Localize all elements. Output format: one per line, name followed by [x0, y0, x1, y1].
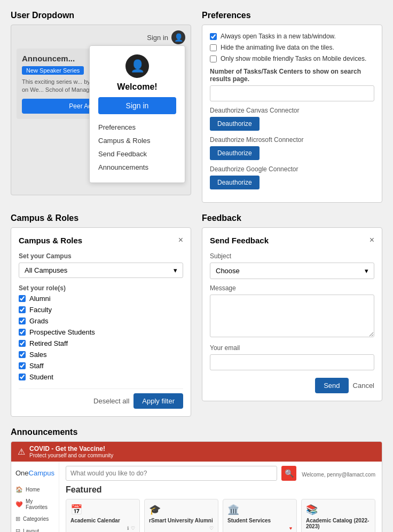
sidebar-logo: OneCampus	[11, 466, 59, 480]
role-prospective-label: Prospective Students	[29, 328, 95, 336]
role-faculty-checkbox[interactable]	[19, 306, 26, 313]
role-sales-checkbox[interactable]	[19, 351, 26, 358]
role-grads-label: Grads	[29, 317, 48, 325]
deauth-google-button[interactable]: Deauthorize	[210, 176, 260, 189]
campus-roles-modal-header: Campus & Roles ×	[19, 235, 183, 245]
preferences-title: Preferences	[202, 11, 382, 20]
role-sales-label: Sales	[29, 351, 47, 359]
role-student-checkbox[interactable]	[19, 374, 26, 380]
tile-icon-alumni: 🎓	[149, 504, 214, 515]
sign-in-button[interactable]: Sign in	[98, 97, 176, 114]
feedback-modal-title: Send Feedback	[210, 236, 269, 245]
send-button[interactable]: Send	[315, 378, 348, 393]
heart-icon[interactable]: ♡	[131, 526, 135, 531]
message-textarea[interactable]	[210, 295, 374, 337]
search-input[interactable]	[66, 466, 277, 481]
subject-select[interactable]: Choose ▾	[210, 263, 374, 279]
menu-item-preferences[interactable]: Preferences	[98, 121, 176, 134]
message-label: Message	[210, 284, 374, 292]
feedback-container: Send Feedback × Subject Choose ▾ Message…	[202, 227, 382, 401]
heart-icon-red[interactable]: ♥	[289, 526, 292, 531]
user-welcome: Welcome, penny@llamact.com	[302, 472, 375, 478]
tile-academic-calendar[interactable]: 📅 Academic Calendar ℹ ♡	[66, 499, 140, 532]
app-body: OneCampus 🏠 Home ❤️ My Favorites ⊞ Categ…	[11, 462, 382, 532]
pref-label-1: Always open Tasks in a new tab/window.	[221, 33, 336, 40]
sign-in-label: Sign in	[147, 34, 168, 42]
covid-text-block: COVID - Get the Vaccine! Protect yoursel…	[29, 445, 113, 458]
campus-select[interactable]: All Campuses ▾	[19, 263, 183, 278]
pref-label-2: Hide the animating live data on the tile…	[221, 44, 334, 51]
main-content: 🔍 Welcome, penny@llamact.com Featured 📅 …	[59, 462, 382, 532]
role-alumni-checkbox[interactable]	[19, 295, 26, 302]
sidebar-item-favorites[interactable]: ❤️ My Favorites	[11, 496, 59, 513]
role-grads-checkbox[interactable]	[19, 317, 26, 324]
covid-title: COVID - Get the Vaccine!	[29, 445, 113, 452]
roles-label: Set your role(s)	[19, 284, 183, 292]
email-label: Your email	[210, 344, 374, 352]
tile-student-services[interactable]: 🏛️ Student Services ♥	[223, 499, 297, 532]
campus-roles-container: Campus & Roles × Set your Campus All Cam…	[11, 227, 191, 417]
user-dropdown-title: User Dropdown	[11, 11, 191, 20]
logo-one: One	[15, 469, 29, 477]
home-icon: 🏠	[15, 486, 23, 493]
campus-value: All Campuses	[25, 266, 67, 274]
preferences-container: Always open Tasks in a new tab/window. H…	[202, 25, 382, 203]
deselect-all-button[interactable]: Deselect all	[93, 393, 129, 409]
menu-item-send-feedback[interactable]: Send Feedback	[98, 147, 176, 161]
sidebar-label-layout: Layout	[23, 528, 39, 532]
user-dropdown-container: Sign in 👤 👤 Welcome! Sign in Preferences…	[11, 25, 191, 195]
sidebar: OneCampus 🏠 Home ❤️ My Favorites ⊞ Categ…	[11, 462, 59, 532]
menu-item-announcements[interactable]: Announcements	[98, 161, 176, 174]
chevron-down-icon: ▾	[174, 266, 177, 274]
tile-name-alumni: rSmart University Alumni	[149, 518, 214, 523]
deauth-canvas-label: Deauthorize Canvas Connector	[210, 107, 374, 114]
tiles-grid: 📅 Academic Calendar ℹ ♡ 🎓 rSmart Univers…	[66, 499, 375, 532]
pref-checkbox-1[interactable]	[210, 33, 217, 40]
sidebar-label-home: Home	[26, 487, 40, 493]
heart-icon[interactable]: ♡	[209, 526, 214, 531]
pref-checkbox-3[interactable]	[210, 55, 217, 62]
feedback-footer: Send Cancel	[210, 378, 374, 393]
user-icon-large: 👤	[130, 59, 145, 73]
subject-placeholder: Choose	[216, 267, 240, 275]
campus-roles-close-button[interactable]: ×	[178, 235, 183, 245]
pref-checkbox-2[interactable]	[210, 44, 217, 51]
search-button[interactable]: 🔍	[281, 466, 296, 481]
role-retired-staff-checkbox[interactable]	[19, 340, 26, 347]
logo-campus: Campus	[29, 469, 54, 477]
avatar[interactable]: 👤	[171, 30, 185, 44]
feedback-close-button[interactable]: ×	[370, 235, 374, 245]
covid-subtitle: Protect yourself and our community	[29, 452, 113, 458]
cancel-button[interactable]: Cancel	[353, 378, 374, 393]
sidebar-label-categories: Categories	[23, 516, 49, 522]
sidebar-item-categories[interactable]: ⊞ Categories	[11, 513, 59, 525]
sidebar-item-layout[interactable]: ⊟ Layout	[11, 525, 59, 532]
deauth-google-label: Deauthorize Google Connector	[210, 165, 374, 173]
role-staff-checkbox[interactable]	[19, 362, 26, 369]
campus-label: Set your Campus	[19, 252, 183, 260]
tile-academic-catalog[interactable]: 📚 Academic Catalog (2022-2023) ℹ ♡	[301, 499, 375, 532]
tile-alumni[interactable]: 🎓 rSmart University Alumni ♡	[144, 499, 218, 532]
role-alumni-label: Alumni	[29, 295, 51, 303]
tasks-input[interactable]	[210, 85, 374, 101]
user-icon: 👤	[174, 33, 183, 42]
menu-item-campus-roles[interactable]: Campus & Roles	[98, 134, 176, 147]
sidebar-item-home[interactable]: 🏠 Home	[11, 483, 59, 496]
campus-roles-modal-title: Campus & Roles	[19, 236, 82, 245]
email-input[interactable]	[210, 354, 374, 370]
apply-filter-button[interactable]: Apply filter	[133, 393, 183, 409]
feedback-title: Feedback	[202, 213, 382, 223]
role-grads: Grads	[19, 317, 183, 325]
dropdown-popup: 👤 Welcome! Sign in Preferences Campus & …	[89, 45, 185, 183]
sign-in-bar: Sign in 👤	[17, 30, 185, 44]
role-faculty: Faculty	[19, 306, 183, 314]
chevron-down-icon: ▾	[365, 267, 368, 275]
info-icon[interactable]: ℹ	[127, 526, 129, 531]
deauth-microsoft-label: Deauthorize Microsoft Connector	[210, 136, 374, 144]
tile-name-academic-calendar: Academic Calendar	[70, 518, 135, 523]
deauth-canvas-button[interactable]: Deauthorize	[210, 117, 260, 131]
deauth-microsoft-button[interactable]: Deauthorize	[210, 146, 260, 160]
role-prospective-checkbox[interactable]	[19, 329, 26, 336]
role-staff-label: Staff	[29, 362, 44, 370]
role-retired-staff: Retired Staff	[19, 339, 183, 347]
